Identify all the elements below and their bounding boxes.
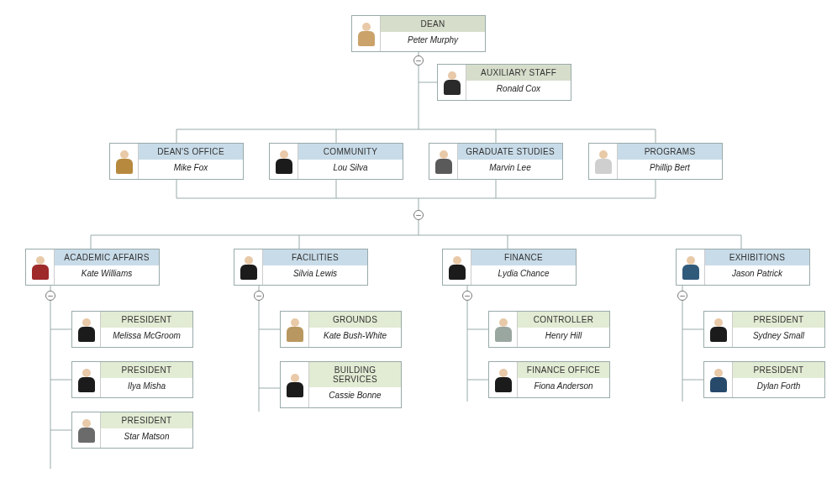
collapse-toggle[interactable]: – xyxy=(413,210,424,220)
org-node-building[interactable]: BUILDING SERVICESCassie Bonne xyxy=(280,361,402,408)
avatar xyxy=(438,65,466,100)
node-title: FACILITIES xyxy=(263,249,367,265)
avatar xyxy=(704,312,733,347)
collapse-toggle[interactable]: – xyxy=(45,291,55,301)
node-title: FINANCE xyxy=(471,249,576,265)
org-node-pres2[interactable]: PRESIDENTIlya Misha xyxy=(71,361,193,398)
avatar xyxy=(281,362,309,407)
node-title: PRESIDENT xyxy=(733,362,824,378)
node-name: Jason Patrick xyxy=(705,265,809,281)
collapse-toggle[interactable]: – xyxy=(677,291,687,301)
node-title: DEAN xyxy=(381,16,485,32)
avatar xyxy=(589,144,618,179)
node-name: Cassie Bonne xyxy=(309,387,401,403)
org-node-exhibitions[interactable]: EXHIBITIONSJason Patrick xyxy=(676,249,810,286)
org-node-dean[interactable]: DEANPeter Murphy xyxy=(351,15,486,52)
avatar xyxy=(270,144,298,179)
org-node-programs[interactable]: PROGRAMSPhillip Bert xyxy=(588,143,723,180)
org-node-community[interactable]: COMMUNITYLou Silva xyxy=(269,143,403,180)
org-node-pres4[interactable]: PRESIDENTSydney Small xyxy=(703,311,825,348)
node-name: Lydia Chance xyxy=(471,265,576,281)
org-node-facilities[interactable]: FACILITIESSilvia Lewis xyxy=(234,249,368,286)
node-name: Ilya Misha xyxy=(101,378,192,394)
org-node-pres3[interactable]: PRESIDENTStar Matson xyxy=(71,412,193,449)
node-title: PRESIDENT xyxy=(101,412,192,428)
node-name: Melissa McGroom xyxy=(101,328,192,344)
node-name: Henry Hill xyxy=(518,328,609,344)
node-name: Sydney Small xyxy=(733,328,824,344)
node-title: FINANCE OFFICE xyxy=(518,362,609,378)
node-title: EXHIBITIONS xyxy=(705,249,809,265)
node-name: Mike Fox xyxy=(139,160,243,176)
node-title: PRESIDENT xyxy=(101,362,192,378)
org-node-finoffice[interactable]: FINANCE OFFICEFiona Anderson xyxy=(488,361,610,398)
node-title: GRADUATE STUDIES xyxy=(458,144,562,160)
avatar xyxy=(72,412,101,448)
org-node-controller[interactable]: CONTROLLERHenry Hill xyxy=(488,311,610,348)
node-name: Ronald Cox xyxy=(466,81,571,97)
org-node-academic[interactable]: ACADEMIC AFFAIRSKate Williams xyxy=(25,249,160,286)
avatar xyxy=(677,249,705,285)
org-node-grad[interactable]: GRADUATE STUDIESMarvin Lee xyxy=(429,143,563,180)
node-name: Silvia Lewis xyxy=(263,265,367,281)
org-node-grounds[interactable]: GROUNDSKate Bush-White xyxy=(280,311,402,348)
node-title: PRESIDENT xyxy=(733,312,824,328)
node-title: GROUNDS xyxy=(309,312,401,328)
node-name: Marvin Lee xyxy=(458,160,562,176)
org-node-pres5[interactable]: PRESIDENTDylan Forth xyxy=(703,361,825,398)
node-title: DEAN'S OFFICE xyxy=(139,144,243,160)
node-title: AUXILIARY STAFF xyxy=(466,65,571,81)
avatar xyxy=(281,312,309,347)
node-name: Star Matson xyxy=(101,428,192,444)
node-name: Kate Bush-White xyxy=(309,328,401,344)
node-title: PROGRAMS xyxy=(618,144,722,160)
node-name: Kate Williams xyxy=(55,265,159,281)
avatar xyxy=(26,249,55,285)
node-title: CONTROLLER xyxy=(518,312,609,328)
collapse-toggle[interactable]: – xyxy=(254,291,264,301)
avatar xyxy=(489,312,518,347)
node-title: COMMUNITY xyxy=(298,144,403,160)
node-title: ACADEMIC AFFAIRS xyxy=(55,249,159,265)
node-title: BUILDING SERVICES xyxy=(309,362,401,387)
avatar xyxy=(443,249,471,285)
node-title: PRESIDENT xyxy=(101,312,192,328)
avatar xyxy=(704,362,733,397)
avatar xyxy=(72,312,101,347)
node-name: Phillip Bert xyxy=(618,160,722,176)
node-name: Peter Murphy xyxy=(381,32,485,48)
avatar xyxy=(429,144,458,179)
avatar xyxy=(489,362,518,397)
node-name: Dylan Forth xyxy=(733,378,824,394)
node-name: Fiona Anderson xyxy=(518,378,609,394)
collapse-toggle[interactable]: – xyxy=(413,55,424,66)
avatar xyxy=(352,16,381,51)
org-node-aux[interactable]: AUXILIARY STAFFRonald Cox xyxy=(437,64,571,101)
org-node-deans_office[interactable]: DEAN'S OFFICEMike Fox xyxy=(109,143,244,180)
collapse-toggle[interactable]: – xyxy=(462,291,472,301)
node-name: Lou Silva xyxy=(298,160,403,176)
avatar xyxy=(72,362,101,397)
avatar xyxy=(110,144,139,179)
org-node-pres1[interactable]: PRESIDENTMelissa McGroom xyxy=(71,311,193,348)
org-node-finance[interactable]: FINANCELydia Chance xyxy=(442,249,577,286)
avatar xyxy=(234,249,263,285)
